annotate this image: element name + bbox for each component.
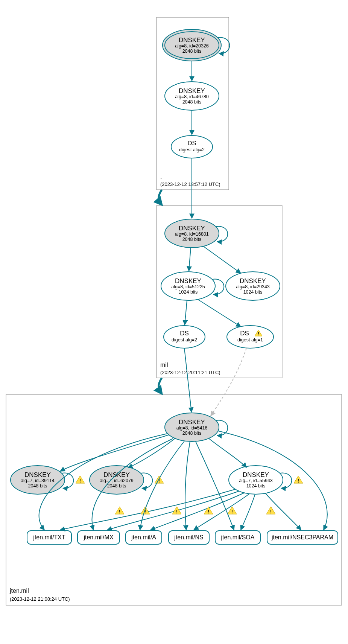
svg-text:digest alg=1: digest alg=1 bbox=[237, 337, 263, 343]
svg-text:DS: DS bbox=[187, 140, 196, 147]
leaf-nsec3: jten.mil/NSEC3PARAM bbox=[267, 531, 338, 544]
svg-text:DNSKEY: DNSKEY bbox=[179, 37, 205, 44]
node-jten-ksk: DNSKEY alg=8, id=5416 2048 bits bbox=[165, 413, 219, 442]
warning-icon: ! bbox=[294, 476, 303, 484]
svg-text:alg=8, id=5416: alg=8, id=5416 bbox=[176, 425, 208, 431]
node-mil-zsk: DNSKEY alg=8, id=51225 1024 bits bbox=[161, 272, 215, 300]
svg-text:jten.mil/NS: jten.mil/NS bbox=[174, 534, 203, 540]
edge-mil-ds1-to-jten-ksk bbox=[211, 348, 246, 416]
zone-mil-time: (2023-12-12 20:11:21 UTC) bbox=[160, 370, 220, 375]
node-jten-key-62079: DNSKEY alg=7, id=62079 2048 bits bbox=[90, 466, 144, 494]
zone-jten-label: jten.mil bbox=[9, 588, 29, 594]
svg-text:digest alg=2: digest alg=2 bbox=[179, 147, 205, 152]
svg-text:alg=8, id=16801: alg=8, id=16801 bbox=[175, 231, 209, 237]
svg-text:2048 bits: 2048 bits bbox=[107, 483, 126, 489]
node-mil-ds1: DS digest alg=1 ! bbox=[227, 326, 274, 348]
node-mil-ds2: DS digest alg=2 bbox=[164, 326, 205, 348]
node-mil-ksk: DNSKEY alg=8, id=16801 2048 bits bbox=[165, 219, 219, 248]
svg-text:2048 bits: 2048 bits bbox=[182, 49, 202, 54]
edge-mil-to-jten-zone bbox=[159, 378, 162, 394]
node-root-ksk: DNSKEY alg=8, id=20326 2048 bits bbox=[163, 29, 221, 61]
edge-root-to-mil-zone bbox=[159, 190, 162, 205]
svg-text:DS: DS bbox=[180, 330, 189, 337]
svg-text:alg=8, id=46780: alg=8, id=46780 bbox=[175, 94, 209, 99]
svg-text:jten.mil/MX: jten.mil/MX bbox=[83, 534, 113, 540]
svg-point-9 bbox=[171, 135, 213, 158]
edge-jten-ksk-to-k3 bbox=[209, 438, 246, 467]
svg-text:2048 bits: 2048 bits bbox=[182, 431, 202, 436]
edge-k3-to-soa bbox=[241, 494, 255, 530]
svg-text:jten.mil/TXT: jten.mil/TXT bbox=[33, 534, 65, 540]
svg-text:!: ! bbox=[119, 509, 120, 515]
zone-root-label: . bbox=[160, 174, 162, 180]
leaf-soa: jten.mil/SOA bbox=[215, 531, 260, 544]
svg-text:2048 bits: 2048 bits bbox=[182, 99, 202, 105]
warning-icon: ! bbox=[266, 507, 275, 515]
svg-text:1024 bits: 1024 bits bbox=[179, 289, 198, 295]
svg-point-24 bbox=[164, 326, 205, 348]
edge-mil-ksk-to-zsk bbox=[189, 248, 191, 271]
node-mil-zsk2: DNSKEY alg=8, id=29343 1024 bits bbox=[226, 272, 280, 300]
svg-text:DNSKEY: DNSKEY bbox=[175, 277, 201, 285]
svg-text:DNSKEY: DNSKEY bbox=[240, 277, 266, 285]
leaf-ns: jten.mil/NS bbox=[169, 531, 209, 544]
svg-text:alg=8, id=29343: alg=8, id=29343 bbox=[236, 284, 270, 289]
svg-text:alg=7, id=55943: alg=7, id=55943 bbox=[239, 478, 273, 483]
warning-icon: ! bbox=[76, 476, 85, 484]
svg-text:DNSKEY: DNSKEY bbox=[243, 471, 269, 478]
warning-icon: ! bbox=[155, 476, 164, 484]
node-root-zsk: DNSKEY alg=8, id=46780 2048 bits bbox=[165, 82, 219, 110]
svg-text:1024 bits: 1024 bits bbox=[243, 289, 263, 295]
svg-text:2048 bits: 2048 bits bbox=[182, 237, 202, 242]
svg-text:alg=8, id=20326: alg=8, id=20326 bbox=[175, 43, 209, 49]
edge-ksk-to-a bbox=[140, 441, 184, 530]
warning-icon: ! bbox=[172, 507, 181, 515]
svg-text:DNSKEY: DNSKEY bbox=[24, 471, 51, 478]
svg-text:jten.mil/NSEC3PARAM: jten.mil/NSEC3PARAM bbox=[271, 534, 333, 540]
svg-text:DNSKEY: DNSKEY bbox=[179, 419, 205, 426]
warning-icon: ! bbox=[141, 507, 150, 515]
svg-text:!: ! bbox=[79, 478, 81, 484]
svg-text:!: ! bbox=[258, 331, 259, 336]
svg-text:!: ! bbox=[176, 509, 178, 515]
edge-mil-ksk-to-zsk2 bbox=[203, 246, 241, 273]
svg-text:jten.mil/SOA: jten.mil/SOA bbox=[221, 534, 255, 540]
leaf-mx: jten.mil/MX bbox=[78, 531, 120, 544]
zone-mil-label: mil bbox=[160, 362, 168, 368]
svg-text:2048 bits: 2048 bits bbox=[28, 483, 47, 489]
edge-mil-zsk-to-ds2 bbox=[185, 300, 187, 325]
svg-text:jten.mil/A: jten.mil/A bbox=[131, 534, 156, 540]
svg-text:DS: DS bbox=[240, 330, 249, 337]
svg-text:digest alg=2: digest alg=2 bbox=[172, 337, 197, 343]
node-jten-key-39114: DNSKEY alg=7, id=39114 2048 bits bbox=[11, 466, 65, 494]
svg-text:alg=7, id=62079: alg=7, id=62079 bbox=[100, 478, 134, 483]
svg-point-27 bbox=[227, 326, 274, 348]
zone-jten-time: (2023-12-12 21:08:24 UTC) bbox=[10, 596, 70, 602]
edge-mil-ds2-to-jten-ksk bbox=[184, 348, 191, 412]
warning-icon: ! bbox=[115, 507, 124, 515]
node-jten-key-55943: DNSKEY alg=7, id=55943 1024 bits bbox=[229, 466, 283, 494]
svg-text:!: ! bbox=[208, 509, 209, 515]
svg-text:alg=8, id=51225: alg=8, id=51225 bbox=[171, 284, 205, 289]
edge-mil-zsk-to-ds1 bbox=[198, 299, 241, 327]
edge-k3-to-mx bbox=[107, 491, 239, 530]
leaf-txt: jten.mil/TXT bbox=[27, 531, 71, 544]
zone-root-time: (2023-12-12 18:57:12 UTC) bbox=[160, 181, 220, 187]
leaf-a: jten.mil/A bbox=[126, 531, 162, 544]
svg-text:!: ! bbox=[270, 509, 272, 515]
node-root-ds: DS digest alg=2 bbox=[171, 135, 213, 158]
svg-text:DNSKEY: DNSKEY bbox=[179, 87, 205, 94]
svg-text:!: ! bbox=[298, 478, 299, 484]
warning-icon: ! bbox=[204, 507, 213, 515]
svg-text:1024 bits: 1024 bits bbox=[246, 483, 266, 489]
svg-text:!: ! bbox=[231, 509, 233, 515]
svg-text:DNSKEY: DNSKEY bbox=[179, 225, 205, 232]
svg-text:alg=7, id=39114: alg=7, id=39114 bbox=[21, 478, 55, 483]
